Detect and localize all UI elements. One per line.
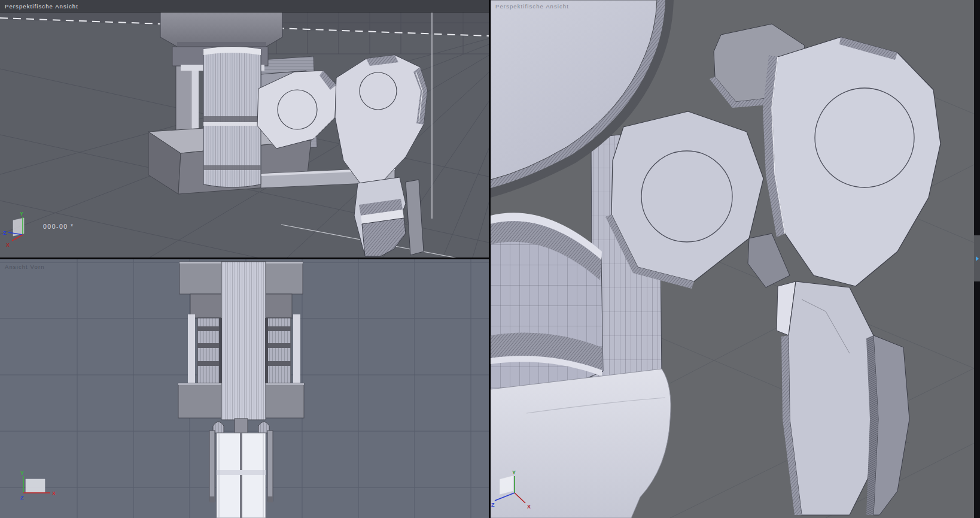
viewport-detail[interactable]: Perspektifische Ansicht (491, 0, 974, 518)
panel-expand-tab[interactable] (974, 235, 980, 281)
axis-label-x: X (527, 504, 531, 510)
axis-label-z: Z (3, 230, 7, 236)
front-scene[interactable]: Y X Z (0, 259, 489, 518)
detail-scene[interactable]: Y Z X (491, 0, 974, 518)
viewport-splitter-vertical[interactable] (489, 0, 491, 518)
axis-label-y: Y (20, 470, 24, 476)
viewport-front[interactable]: Ansicht Vorn (0, 259, 489, 518)
viewport-front-title: Ansicht Vorn (5, 263, 45, 270)
expand-panel-arrow-icon (976, 256, 979, 261)
angle-readout: 000-00 * (43, 223, 74, 230)
right-edge-strip (974, 0, 980, 518)
viewport-perspective-header[interactable]: Perspektifische Ansicht (0, 0, 489, 13)
application-window: Perspektifische Ansicht (0, 0, 980, 518)
axis-label-y: Y (512, 469, 516, 475)
viewport-detail-title: Perspektifische Ansicht (495, 3, 569, 10)
axis-label-x: X (52, 490, 56, 496)
perspective-scene[interactable]: Y Z X 000-00 * (0, 12, 489, 258)
viewport-perspective-title: Perspektifische Ansicht (5, 3, 78, 10)
axis-label-z: Z (491, 502, 495, 508)
viewport-splitter-horizontal[interactable] (0, 258, 491, 259)
viewport-perspective[interactable]: Perspektifische Ansicht (0, 0, 489, 258)
axis-label-x: X (6, 242, 10, 248)
axis-label-z: Z (20, 495, 24, 501)
axis-label-y: Y (20, 211, 23, 217)
